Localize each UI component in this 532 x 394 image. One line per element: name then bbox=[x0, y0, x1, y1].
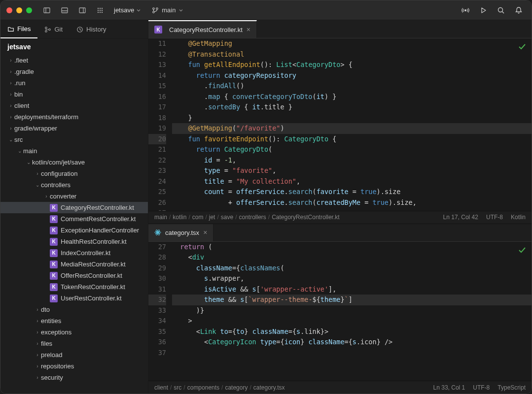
chevron-down-icon bbox=[136, 8, 141, 13]
tree-node[interactable]: KCategoryRestController.kt bbox=[0, 202, 148, 213]
branch-selector[interactable]: main bbox=[148, 6, 187, 14]
breadcrumb-path[interactable]: main/kotlin/com/jet/save/controllers/Cat… bbox=[154, 214, 340, 221]
branch-icon bbox=[152, 7, 159, 14]
editor-tab-category-tsx[interactable]: category.tsx × bbox=[148, 224, 213, 241]
cursor-position[interactable]: Ln 17, Col 42 bbox=[443, 214, 478, 221]
svg-point-6 bbox=[98, 7, 99, 8]
tree-node[interactable]: KOfferRestController.kt bbox=[0, 270, 148, 281]
tree-node[interactable]: ›preload bbox=[0, 349, 148, 361]
bell-icon[interactable] bbox=[512, 3, 526, 17]
search-icon[interactable] bbox=[494, 3, 508, 17]
svg-rect-4 bbox=[79, 8, 85, 13]
editor-1[interactable]: 1112131415161718192021222324252627 @GetM… bbox=[148, 38, 532, 224]
tree-node-label: IndexController.kt bbox=[61, 249, 110, 257]
tree-node-label: deployments/terraform bbox=[14, 113, 78, 121]
tree-node[interactable]: ›.run bbox=[0, 77, 148, 89]
file-tree[interactable]: ›.fleet›.gradle›.run›bin›client›deployme… bbox=[0, 55, 148, 394]
zoom-window[interactable] bbox=[26, 7, 32, 13]
language-mode[interactable]: TypeScript bbox=[497, 384, 526, 391]
svg-point-17 bbox=[156, 7, 158, 9]
run-icon[interactable] bbox=[476, 3, 490, 17]
tree-node-label: entities bbox=[41, 317, 61, 325]
tab-git[interactable]: Git bbox=[37, 20, 70, 38]
editor-area: K CategoryRestController.kt × 1112131415… bbox=[148, 20, 532, 394]
tree-node-label: .fleet bbox=[14, 57, 28, 64]
kotlin-file-icon: K bbox=[50, 227, 58, 234]
tree-node[interactable]: KIndexController.kt bbox=[0, 247, 148, 259]
svg-point-8 bbox=[102, 7, 103, 8]
tree-node[interactable]: ›.fleet bbox=[0, 55, 148, 66]
tree-node[interactable]: ›repositories bbox=[0, 361, 148, 372]
chevron-right-icon: › bbox=[34, 363, 41, 369]
tree-node[interactable]: ›gradle/wrapper bbox=[0, 123, 148, 134]
svg-point-16 bbox=[153, 11, 155, 13]
tree-node[interactable]: ›configuration bbox=[0, 168, 148, 179]
tree-node[interactable]: ⌄controllers bbox=[0, 179, 148, 191]
editor-2[interactable]: 2728293031323334353637 return ( <div cla… bbox=[148, 241, 532, 394]
close-icon[interactable]: × bbox=[247, 26, 250, 33]
chevron-right-icon: › bbox=[7, 58, 14, 63]
svg-point-15 bbox=[153, 7, 155, 9]
editor-tab-label: CategoryRestController.kt bbox=[169, 26, 243, 33]
tree-node[interactable]: KHealthRestController.kt bbox=[0, 236, 148, 247]
panel-left-icon[interactable] bbox=[40, 3, 54, 17]
code-area[interactable]: @GetMapping @Transactional fun getAllEnd… bbox=[172, 38, 532, 211]
editor-tab-label: category.tsx bbox=[165, 229, 199, 236]
tree-node[interactable]: ⌄kotlin/com/jet/save bbox=[0, 157, 148, 168]
tree-node[interactable]: ›exceptions bbox=[0, 327, 148, 338]
project-selector[interactable]: jetsave bbox=[111, 6, 144, 14]
tree-node-label: .gradle bbox=[14, 68, 34, 75]
cursor-position[interactable]: Ln 33, Col 1 bbox=[433, 384, 465, 391]
encoding[interactable]: UTF-8 bbox=[486, 214, 503, 221]
chevron-right-icon: › bbox=[43, 194, 50, 199]
tree-node[interactable]: KExceptionHandlerController bbox=[0, 225, 148, 236]
close-window[interactable] bbox=[6, 7, 12, 13]
breadcrumb-path[interactable]: client/src/components/category/category.… bbox=[154, 384, 285, 391]
svg-point-22 bbox=[45, 30, 47, 32]
tree-node[interactable]: ›bin bbox=[0, 89, 148, 100]
svg-point-18 bbox=[465, 9, 466, 11]
code-area[interactable]: return ( <div className={classNames( s.w… bbox=[172, 242, 532, 381]
chevron-right-icon: › bbox=[34, 329, 41, 335]
tab-git-label: Git bbox=[54, 26, 63, 33]
git-icon bbox=[44, 26, 51, 33]
tree-node[interactable]: ⌄main bbox=[0, 145, 148, 157]
minimize-window[interactable] bbox=[16, 7, 22, 13]
encoding[interactable]: UTF-8 bbox=[473, 384, 490, 391]
broadcast-icon[interactable] bbox=[459, 3, 472, 17]
tree-node[interactable]: KUserRestController.kt bbox=[0, 293, 148, 304]
tree-node-label: controllers bbox=[41, 181, 71, 189]
tree-node[interactable]: KCommentRestController.kt bbox=[0, 213, 148, 225]
editor-tabs-bottom: category.tsx × bbox=[148, 224, 532, 241]
editor-tab-category-kt[interactable]: K CategoryRestController.kt × bbox=[148, 20, 257, 38]
chevron-right-icon: › bbox=[34, 375, 41, 380]
tab-history[interactable]: History bbox=[70, 20, 113, 38]
tree-node-label: dto bbox=[41, 306, 50, 313]
kotlin-file-icon: K bbox=[50, 272, 58, 280]
tree-node[interactable]: ›dto bbox=[0, 304, 148, 315]
tree-node[interactable]: ›security bbox=[0, 372, 148, 383]
language-mode[interactable]: Kotlin bbox=[511, 214, 526, 221]
close-icon[interactable]: × bbox=[203, 229, 207, 236]
tree-node-label: bin bbox=[14, 91, 23, 98]
svg-rect-2 bbox=[62, 8, 68, 13]
tree-node[interactable]: ›files bbox=[0, 338, 148, 349]
tree-node[interactable]: ›client bbox=[0, 100, 148, 111]
tree-node[interactable]: KTokenRestController.kt bbox=[0, 281, 148, 293]
tree-node[interactable]: ›deployments/terraform bbox=[0, 111, 148, 123]
grid-icon[interactable] bbox=[93, 3, 107, 17]
tree-node[interactable]: ›.gradle bbox=[0, 66, 148, 77]
tab-files[interactable]: Files bbox=[0, 20, 37, 38]
panel-bottom-icon[interactable] bbox=[58, 3, 71, 17]
tree-node[interactable]: ›entities bbox=[0, 315, 148, 327]
tree-node-label: configuration bbox=[41, 170, 77, 177]
panel-right-icon[interactable] bbox=[75, 3, 89, 17]
tab-files-label: Files bbox=[17, 25, 31, 33]
tree-node-label: gradle/wrapper bbox=[14, 125, 57, 132]
tree-node[interactable]: ›converter bbox=[0, 191, 148, 202]
tree-node[interactable]: ⌄src bbox=[0, 134, 148, 145]
analysis-ok-icon bbox=[518, 246, 527, 255]
tree-node[interactable]: KMediaRestController.kt bbox=[0, 259, 148, 270]
tree-node-label: CommentRestController.kt bbox=[61, 215, 136, 223]
sidebar-tabs: Files Git History bbox=[0, 20, 148, 39]
